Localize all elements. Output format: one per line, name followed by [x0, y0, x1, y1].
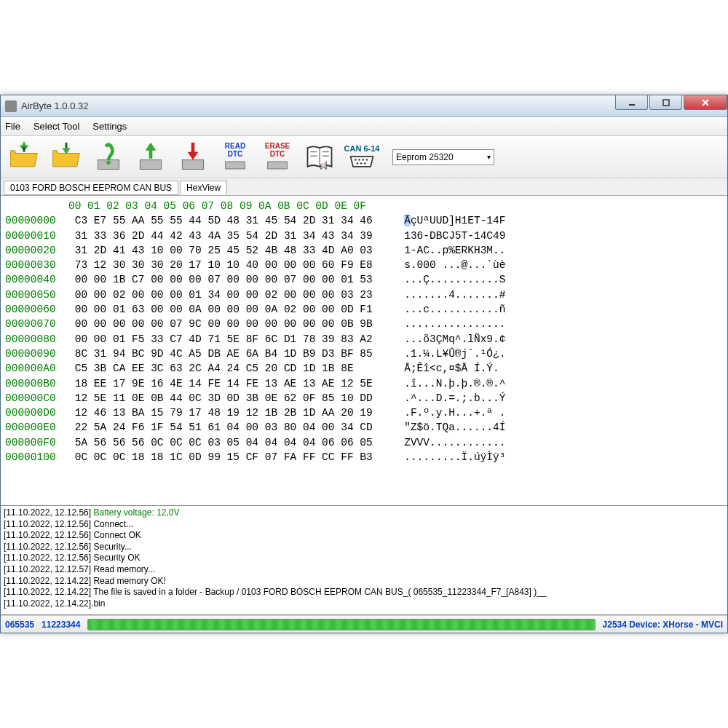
hex-row[interactable]: 00000040 00 00 1B C7 00 00 00 07 00 00 0… — [5, 272, 723, 287]
tab-main[interactable]: 0103 FORD BOSCH EEPROM CAN BUS — [4, 181, 178, 195]
svg-rect-10 — [182, 159, 203, 169]
svg-point-21 — [362, 159, 364, 161]
log-line: [11.10.2022, 12.12.56] Connect... — [4, 519, 724, 531]
svg-point-20 — [358, 159, 360, 161]
progress-fill — [88, 620, 594, 630]
status-num-1: 065535 — [5, 620, 34, 630]
window-controls — [614, 95, 727, 116]
hex-row[interactable]: 00000030 73 12 30 30 30 20 17 10 10 40 0… — [5, 258, 723, 272]
log-line: [11.10.2022, 12.14.22].bin — [4, 598, 724, 610]
hex-row[interactable]: 000000D0 12 46 13 BA 15 79 17 48 19 12 1… — [5, 405, 723, 420]
log-line: [11.10.2022, 12.12.56] Security OK — [4, 553, 724, 564]
hex-row[interactable]: 00000000 C3 E7 55 AA 55 55 44 5D 48 31 4… — [5, 213, 723, 228]
svg-point-19 — [355, 159, 357, 161]
hex-row[interactable]: 00000090 8C 31 94 BC 9D 4C A5 DB AE 6A B… — [5, 347, 723, 361]
menu-settings[interactable]: Settings — [92, 121, 127, 132]
hex-row[interactable]: 00000070 00 00 00 00 00 07 9C 00 00 00 0… — [5, 317, 723, 331]
hex-view[interactable]: 00 01 02 03 04 05 06 07 08 09 0A 0B 0C 0… — [1, 196, 727, 506]
svg-point-23 — [357, 162, 359, 165]
svg-point-22 — [366, 159, 368, 161]
svg-rect-8 — [140, 159, 161, 169]
menu-select-tool[interactable]: Select Tool — [33, 121, 79, 132]
hex-row[interactable]: 000000C0 12 5E 11 0E 0B 44 0C 3D 0D 3B 0… — [5, 391, 723, 405]
upload-chip-icon[interactable] — [132, 139, 170, 175]
open-folder-icon[interactable] — [5, 139, 43, 175]
progress-bar — [87, 619, 595, 630]
eeprom-dropdown[interactable]: Eeprom 25320 — [392, 149, 494, 165]
log-line: [11.10.2022, 12.14.22] Read memory OK! — [4, 576, 724, 587]
log-panel[interactable]: [11.10.2022, 12.12.56] Battery voltage: … — [1, 506, 727, 615]
svg-point-24 — [360, 162, 363, 165]
svg-marker-9 — [146, 142, 157, 150]
erase-dtc-button[interactable]: ERASE DTC — [258, 139, 296, 175]
info-chip-icon[interactable] — [90, 139, 127, 175]
status-num-2: 11223344 — [41, 620, 80, 630]
hex-row[interactable]: 000000E0 22 5A 24 F6 1F 54 51 61 04 00 0… — [5, 420, 723, 435]
svg-point-7 — [106, 160, 111, 165]
hex-row[interactable]: 00000100 0C 0C 0C 18 18 1C 0D 99 15 CF 0… — [5, 450, 723, 464]
hex-row[interactable]: 00000080 00 00 01 F5 33 C7 4D 71 5E 8F 6… — [5, 332, 723, 347]
erase-dtc-label: ERASE DTC — [265, 142, 290, 158]
menu-file[interactable]: File — [5, 121, 20, 132]
svg-rect-1 — [663, 100, 669, 106]
log-line: [11.10.2022, 12.12.57] Read memory... — [4, 564, 724, 576]
hex-row[interactable]: 000000A0 C5 3B CA EE 3C 63 2C A4 24 C5 2… — [5, 361, 723, 376]
log-line: [11.10.2022, 12.14.22] The file is saved… — [4, 587, 724, 598]
read-dtc-label: READ DTC — [225, 142, 245, 158]
svg-point-25 — [364, 162, 366, 165]
hex-header: 00 01 02 03 04 05 06 07 08 09 0A 0B 0C 0… — [5, 199, 723, 213]
minimize-button[interactable] — [615, 95, 648, 110]
download-chip-icon[interactable] — [174, 139, 212, 175]
log-line: [11.10.2022, 12.12.56] Connect OK — [4, 530, 724, 542]
can-label: CAN 6-14 — [344, 144, 380, 153]
read-dtc-button[interactable]: READ DTC — [216, 139, 254, 175]
log-line: [11.10.2022, 12.12.56] Security... — [4, 542, 724, 553]
svg-rect-12 — [226, 162, 245, 169]
window-title: AirByte 1.0.0.32 — [21, 100, 614, 111]
hex-row[interactable]: 000000F0 5A 56 56 56 0C 0C 0C 03 05 04 0… — [5, 435, 723, 450]
hex-row[interactable]: 00000050 00 00 02 00 00 00 01 34 00 00 0… — [5, 288, 723, 302]
close-button[interactable] — [684, 95, 727, 110]
statusbar: 065535 11223344 J2534 Device: XHorse - M… — [1, 615, 727, 633]
book-icon[interactable] — [301, 139, 339, 175]
maximize-button[interactable] — [649, 95, 682, 110]
hex-row[interactable]: 000000B0 18 EE 17 9E 16 4E 14 FE 14 FE 1… — [5, 376, 723, 391]
tabbar: 0103 FORD BOSCH EEPROM CAN BUS HexView — [1, 178, 727, 196]
can-connector-icon[interactable]: CAN 6-14 — [343, 139, 381, 175]
status-device: J2534 Device: XHorse - MVCI — [603, 620, 723, 630]
app-icon — [5, 100, 17, 112]
hex-row[interactable]: 00000020 31 2D 41 43 10 00 70 25 45 52 4… — [5, 243, 723, 258]
save-folder-icon[interactable] — [47, 139, 85, 175]
hex-row[interactable]: 00000010 31 33 36 2D 44 42 43 4A 35 54 2… — [5, 229, 723, 243]
svg-rect-13 — [268, 162, 288, 169]
titlebar: AirByte 1.0.0.32 — [1, 95, 727, 117]
hex-row[interactable]: 00000060 00 00 01 63 00 00 0A 00 00 00 0… — [5, 302, 723, 317]
svg-marker-11 — [188, 151, 199, 159]
tab-hexview[interactable]: HexView — [180, 181, 227, 195]
toolbar: READ DTC ERASE DTC CAN 6-14 Eeprom 25320 — [1, 136, 727, 178]
log-line: [11.10.2022, 12.12.56] Battery voltage: … — [4, 507, 724, 519]
eeprom-dropdown-value: Eeprom 25320 — [396, 152, 454, 162]
svg-marker-4 — [21, 141, 26, 146]
app-window: AirByte 1.0.0.32 File Select Tool Settin… — [0, 95, 728, 633]
menubar: File Select Tool Settings — [1, 117, 727, 136]
